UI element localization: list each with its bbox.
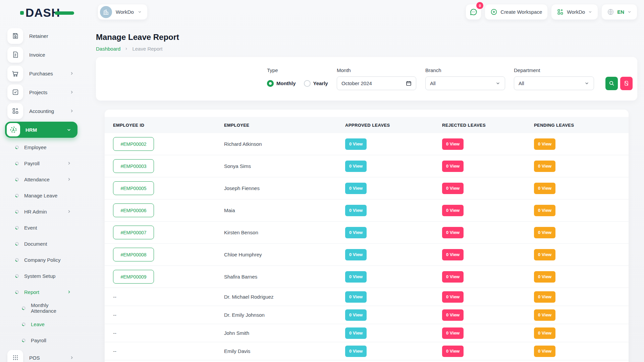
app-menu-button[interactable]: WorkDo — [551, 4, 598, 20]
radio-dot — [304, 80, 311, 87]
sidebar-item-label: Payroll — [31, 338, 46, 343]
approved-leaves-view-button[interactable]: 0 View — [345, 183, 367, 194]
sidebar-item-system-setup[interactable]: System Setup — [0, 268, 82, 284]
employee-id-badge[interactable]: #EMP00003 — [113, 159, 154, 173]
department-filter-label: Department — [514, 67, 594, 73]
pending-leaves-view-button[interactable]: 0 View — [534, 205, 555, 216]
pending-leaves-view-button[interactable]: 0 View — [534, 309, 555, 321]
pending-leaves-view-button[interactable]: 0 View — [534, 327, 555, 339]
sidebar-item-document[interactable]: Document — [0, 236, 82, 252]
chevron-right-icon — [67, 161, 71, 166]
sidebar-item-accounting[interactable]: Accounting — [0, 102, 82, 120]
logo-dash-bar — [55, 11, 74, 15]
sidebar-item-invoice[interactable]: Invoice — [0, 45, 82, 64]
pending-leaves-view-button[interactable]: 0 View — [534, 249, 555, 260]
employee-id-badge[interactable]: #EMP00008 — [113, 248, 154, 261]
messages-button[interactable]: 0 — [466, 4, 481, 20]
sidebar-item-payroll[interactable]: Payroll — [0, 155, 82, 171]
rejected-leaves-view-button[interactable]: 0 View — [442, 138, 464, 150]
sidebar-item-payroll[interactable]: Payroll — [0, 332, 82, 348]
employee-name: Shafira Barnes — [224, 274, 345, 280]
pending-leaves-view-button[interactable]: 0 View — [534, 161, 555, 172]
table-row: #EMP00007Kirsten Benson0 View0 View0 Vie… — [105, 222, 629, 244]
approved-leaves-view-button[interactable]: 0 View — [345, 249, 367, 260]
approved-leaves-view-button[interactable]: 0 View — [345, 161, 367, 172]
employee-id-badge[interactable]: #EMP00009 — [113, 270, 154, 284]
rejected-leaves-view-button[interactable]: 0 View — [442, 309, 464, 321]
sidebar-nav: RetainerInvoicePurchasesProjectsAccounti… — [0, 25, 82, 362]
sidebar-item-event[interactable]: Event — [0, 220, 82, 236]
breadcrumb-dashboard-link[interactable]: Dashboard — [96, 46, 120, 52]
employee-id-badge[interactable]: #EMP00007 — [113, 226, 154, 239]
sidebar-item-label: System Setup — [24, 273, 55, 279]
sidebar-item-retainer[interactable]: Retainer — [0, 26, 82, 45]
table-row: #EMP00008Chloe Humphrey0 View0 View0 Vie… — [105, 244, 629, 266]
approved-leaves-view-button[interactable]: 0 View — [345, 205, 367, 216]
type-radio-yearly[interactable]: Yearly — [304, 80, 328, 87]
employee-name: Chloe Humphrey — [224, 252, 345, 257]
employee-id-badge[interactable]: #EMP00006 — [113, 203, 154, 217]
sidebar-item-company-policy[interactable]: Company Policy — [0, 252, 82, 268]
sidebar-item-projects[interactable]: Projects — [0, 83, 82, 102]
chevron-right-icon — [69, 109, 74, 113]
type-radio-monthly[interactable]: Monthly — [267, 80, 296, 87]
sidebar-item-monthly-attendance[interactable]: Monthly Attendance — [0, 300, 82, 316]
approved-leaves-view-button[interactable]: 0 View — [345, 309, 367, 321]
leave-report-table: Employee IDEmployeeApproved LeavesReject… — [105, 110, 629, 362]
rejected-leaves-view-button[interactable]: 0 View — [442, 291, 464, 303]
sidebar-item-report[interactable]: Report — [0, 284, 82, 300]
page-title: Manage Leave Report — [96, 33, 637, 42]
create-workspace-button[interactable]: Create Workspace — [485, 4, 548, 20]
sidebar-item-leave[interactable]: Leave — [0, 316, 82, 332]
table-row: --Dr. Emily Johnson0 View0 View0 View — [105, 306, 629, 324]
month-date-input[interactable]: October 2024 — [337, 76, 416, 90]
plus-circle-icon — [490, 8, 497, 15]
approved-leaves-view-button[interactable]: 0 View — [345, 227, 367, 238]
search-icon — [609, 80, 614, 86]
pending-leaves-view-button[interactable]: 0 View — [534, 271, 555, 283]
calendar-icon — [406, 80, 412, 86]
approved-leaves-view-button[interactable]: 0 View — [345, 138, 367, 150]
rejected-leaves-view-button[interactable]: 0 View — [442, 346, 464, 357]
sidebar-item-manage-leave[interactable]: Manage Leave — [0, 187, 82, 203]
sidebar-item-hrm[interactable]: HRM — [5, 122, 77, 138]
branch-select[interactable]: All — [425, 76, 505, 90]
employee-id-badge[interactable]: #EMP00005 — [113, 181, 154, 195]
table-row: #EMP00002Richard Atkinson0 View0 View0 V… — [105, 133, 629, 155]
sidebar-item-employee[interactable]: Employee — [0, 139, 82, 155]
sidebar-item-purchases[interactable]: Purchases — [0, 64, 82, 83]
rejected-leaves-view-button[interactable]: 0 View — [442, 161, 464, 172]
pending-leaves-view-button[interactable]: 0 View — [534, 346, 555, 357]
breadcrumb-current: Leave Report — [132, 46, 162, 52]
pending-leaves-view-button[interactable]: 0 View — [534, 227, 555, 238]
language-button[interactable]: EN — [601, 4, 637, 20]
workspace-selector[interactable]: WorkDo — [98, 4, 148, 20]
reset-filter-button[interactable] — [620, 77, 633, 90]
approved-leaves-view-button[interactable]: 0 View — [345, 346, 367, 357]
filter-card: Type Monthly Yearly Month October 2024 — [96, 57, 637, 101]
rejected-leaves-view-button[interactable]: 0 View — [442, 271, 464, 283]
rejected-leaves-view-button[interactable]: 0 View — [442, 327, 464, 339]
pos-icon — [7, 350, 23, 362]
sidebar-item-label: HRM — [25, 127, 37, 133]
rejected-leaves-view-button[interactable]: 0 View — [442, 227, 464, 238]
purchases-icon — [7, 66, 23, 81]
rejected-leaves-view-button[interactable]: 0 View — [442, 183, 464, 194]
search-button[interactable] — [605, 77, 618, 90]
sidebar-item-hr-admin[interactable]: HR Admin — [0, 203, 82, 220]
rejected-leaves-view-button[interactable]: 0 View — [442, 205, 464, 216]
sidebar-item-label: Company Policy — [24, 257, 60, 263]
sidebar-item-attendance[interactable]: Attendance — [0, 171, 82, 187]
pending-leaves-view-button[interactable]: 0 View — [534, 183, 555, 194]
rejected-leaves-view-button[interactable]: 0 View — [442, 249, 464, 260]
approved-leaves-view-button[interactable]: 0 View — [345, 327, 367, 339]
table-row: #EMP00006Maia0 View0 View0 View — [105, 199, 629, 222]
sidebar-item-pos[interactable]: POS — [0, 348, 82, 362]
bullet-icon — [15, 274, 19, 278]
employee-id-badge[interactable]: #EMP00002 — [113, 137, 154, 151]
pending-leaves-view-button[interactable]: 0 View — [534, 138, 555, 150]
approved-leaves-view-button[interactable]: 0 View — [345, 291, 367, 303]
pending-leaves-view-button[interactable]: 0 View — [534, 291, 555, 303]
approved-leaves-view-button[interactable]: 0 View — [345, 271, 367, 283]
department-select[interactable]: All — [514, 76, 594, 90]
